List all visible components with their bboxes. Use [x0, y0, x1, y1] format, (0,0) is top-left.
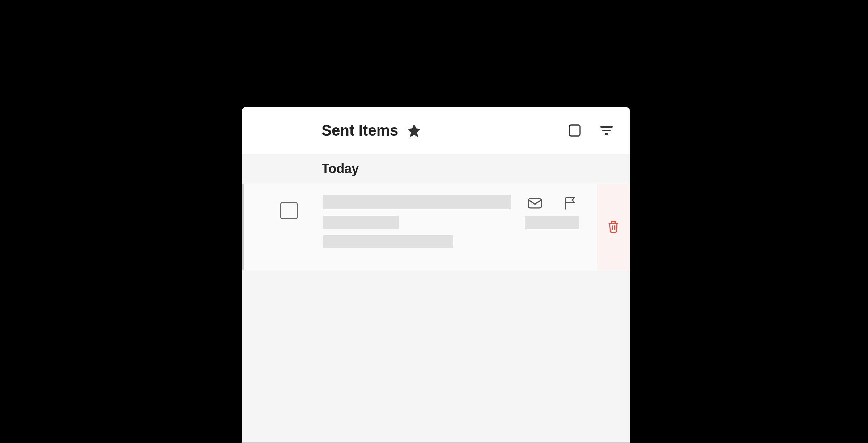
- subject-placeholder: [323, 216, 399, 229]
- sender-placeholder: [323, 195, 511, 209]
- email-content: [323, 195, 630, 255]
- time-placeholder: [525, 216, 579, 229]
- filter-icon[interactable]: [598, 122, 615, 139]
- header-actions: [566, 122, 615, 139]
- flag-icon[interactable]: [562, 195, 579, 212]
- email-row-actions: [526, 195, 579, 212]
- select-checkbox[interactable]: [280, 202, 298, 219]
- email-row[interactable]: [242, 184, 630, 270]
- select-mode-icon[interactable]: [566, 122, 583, 139]
- trash-icon: [606, 219, 621, 235]
- envelope-icon[interactable]: [526, 195, 544, 212]
- folder-title: Sent Items: [322, 122, 398, 139]
- favorite-star-icon[interactable]: [405, 122, 423, 139]
- date-group-header: Today: [242, 154, 630, 184]
- panel-header: Sent Items: [242, 107, 630, 154]
- delete-button[interactable]: [597, 184, 630, 270]
- preview-placeholder: [323, 235, 453, 248]
- svg-rect-0: [569, 125, 580, 136]
- mail-list-panel: Sent Items Today: [242, 107, 630, 443]
